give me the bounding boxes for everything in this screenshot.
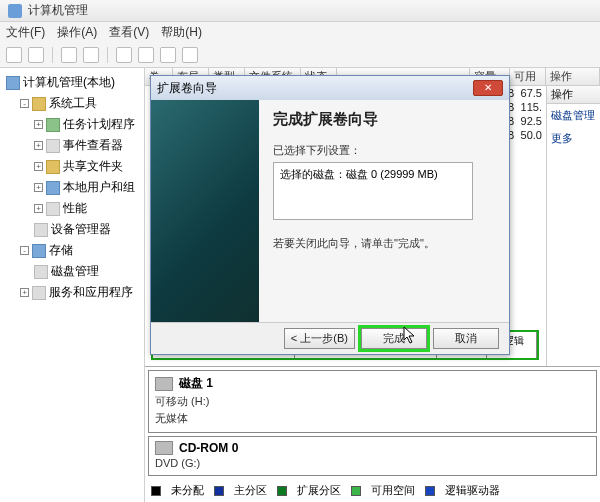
close-button[interactable]: ✕ xyxy=(473,80,503,96)
expand-icon[interactable]: + xyxy=(34,120,43,129)
tree-users[interactable]: + 本地用户和组 xyxy=(2,177,142,198)
disk-1-status: 无媒体 xyxy=(155,411,590,426)
legend: 未分配 主分区 扩展分区 可用空间 逻辑驱动器 xyxy=(145,479,600,502)
tree-diskmgmt[interactable]: 磁盘管理 xyxy=(2,261,142,282)
tree-label: 系统工具 xyxy=(49,95,97,112)
ops-more-link[interactable]: 更多 xyxy=(547,127,600,150)
legend-label: 逻辑驱动器 xyxy=(445,483,500,498)
col-ops[interactable]: 操作 xyxy=(546,68,600,85)
tree-label: 共享文件夹 xyxy=(63,158,123,175)
extend-volume-wizard-dialog: 扩展卷向导 ✕ 完成扩展卷向导 已选择下列设置： 选择的磁盘：磁盘 0 (299… xyxy=(150,75,510,355)
wizard-selected-value: 选择的磁盘：磁盘 0 (29999 MB) xyxy=(280,168,438,180)
toolbar-back-icon[interactable] xyxy=(6,47,22,63)
tree-label: 任务计划程序 xyxy=(63,116,135,133)
toolbar xyxy=(0,42,600,68)
expand-icon[interactable]: + xyxy=(34,162,43,171)
perf-icon xyxy=(46,202,60,216)
diskmgmt-icon xyxy=(34,265,48,279)
tree-perf[interactable]: + 性能 xyxy=(2,198,142,219)
computer-icon xyxy=(6,76,20,90)
finish-button[interactable]: 完成 xyxy=(361,328,427,349)
tree-scheduler[interactable]: + 任务计划程序 xyxy=(2,114,142,135)
expand-icon[interactable]: + xyxy=(34,204,43,213)
disk-1-row[interactable]: 磁盘 1 可移动 (H:) 无媒体 xyxy=(148,370,597,433)
tree-storage[interactable]: - 存储 xyxy=(2,240,142,261)
devmgr-icon xyxy=(34,223,48,237)
toolbar-forward-icon[interactable] xyxy=(28,47,44,63)
toolbar-refresh-icon[interactable] xyxy=(116,47,132,63)
legend-label: 扩展分区 xyxy=(297,483,341,498)
expand-icon[interactable]: + xyxy=(34,183,43,192)
expand-icon[interactable]: - xyxy=(20,99,29,108)
folder-icon xyxy=(32,97,46,111)
disk-1-title: 磁盘 1 xyxy=(179,375,213,392)
toolbar-separator xyxy=(52,47,53,63)
tree-shared[interactable]: + 共享文件夹 xyxy=(2,156,142,177)
cancel-button[interactable]: 取消 xyxy=(433,328,499,349)
swatch-free xyxy=(351,486,361,496)
window-titlebar: 计算机管理 xyxy=(0,0,600,22)
cdrom-drive: DVD (G:) xyxy=(155,457,590,469)
tree-eventviewer[interactable]: + 事件查看器 xyxy=(2,135,142,156)
tree-services[interactable]: + 服务和应用程序 xyxy=(2,282,142,303)
disk-icon xyxy=(155,377,173,391)
tree-label: 事件查看器 xyxy=(63,137,123,154)
swatch-logical xyxy=(425,486,435,496)
legend-label: 主分区 xyxy=(234,483,267,498)
menu-file[interactable]: 文件(F) xyxy=(6,24,45,40)
window-title: 计算机管理 xyxy=(28,2,88,19)
operations-panel: 操作 磁盘管理 更多 xyxy=(546,86,600,366)
shared-icon xyxy=(46,160,60,174)
menu-help[interactable]: 帮助(H) xyxy=(161,24,202,40)
menu-bar: 文件(F) 操作(A) 查看(V) 帮助(H) xyxy=(0,22,600,42)
swatch-ext xyxy=(277,486,287,496)
cdrom-title: CD-ROM 0 xyxy=(179,441,238,455)
eventviewer-icon xyxy=(46,139,60,153)
tree-root-label: 计算机管理(本地) xyxy=(23,74,115,91)
menu-action[interactable]: 操作(A) xyxy=(57,24,97,40)
wizard-content: 完成扩展卷向导 已选择下列设置： 选择的磁盘：磁盘 0 (29999 MB) 若… xyxy=(259,100,509,322)
tree-devmgr[interactable]: 设备管理器 xyxy=(2,219,142,240)
tree-systools[interactable]: - 系统工具 xyxy=(2,93,142,114)
toolbar-list-icon[interactable] xyxy=(160,47,176,63)
toolbar-up-icon[interactable] xyxy=(61,47,77,63)
expand-icon[interactable]: + xyxy=(20,288,29,297)
storage-icon xyxy=(32,244,46,258)
scheduler-icon xyxy=(46,118,60,132)
wizard-summary-box: 选择的磁盘：磁盘 0 (29999 MB) xyxy=(273,162,473,220)
services-icon xyxy=(32,286,46,300)
cdrom-icon xyxy=(155,441,173,455)
tree-label: 磁盘管理 xyxy=(51,263,99,280)
ops-header: 操作 xyxy=(547,86,600,104)
disk-1-type: 可移动 (H:) xyxy=(155,394,590,409)
app-icon xyxy=(8,4,22,18)
col-avail[interactable]: 可用 xyxy=(510,68,546,85)
cdrom-row[interactable]: CD-ROM 0 DVD (G:) xyxy=(148,436,597,476)
back-button[interactable]: < 上一步(B) xyxy=(284,328,355,349)
tree-label: 服务和应用程序 xyxy=(49,284,133,301)
menu-view[interactable]: 查看(V) xyxy=(109,24,149,40)
tree-label: 性能 xyxy=(63,200,87,217)
tree-label: 设备管理器 xyxy=(51,221,111,238)
wizard-hint: 若要关闭此向导，请单击"完成"。 xyxy=(273,236,495,251)
dialog-titlebar[interactable]: 扩展卷向导 ✕ xyxy=(151,76,509,100)
expand-icon[interactable]: + xyxy=(34,141,43,150)
tree-label: 存储 xyxy=(49,242,73,259)
toolbar-properties-icon[interactable] xyxy=(83,47,99,63)
tree-root[interactable]: 计算机管理(本地) xyxy=(2,72,142,93)
legend-label: 未分配 xyxy=(171,483,204,498)
disk-area: 磁盘 1 可移动 (H:) 无媒体 CD-ROM 0 DVD (G:) 未分配 … xyxy=(145,366,600,502)
ops-diskmgmt-link[interactable]: 磁盘管理 xyxy=(547,104,600,127)
wizard-selected-label: 已选择下列设置： xyxy=(273,143,495,158)
dialog-title: 扩展卷向导 xyxy=(157,80,217,97)
wizard-side-graphic xyxy=(151,100,259,322)
swatch-unalloc xyxy=(151,486,161,496)
toolbar-detail-icon[interactable] xyxy=(182,47,198,63)
nav-tree: 计算机管理(本地) - 系统工具 + 任务计划程序 + 事件查看器 + 共享文件… xyxy=(0,68,145,502)
wizard-heading: 完成扩展卷向导 xyxy=(273,110,495,129)
toolbar-help-icon[interactable] xyxy=(138,47,154,63)
wizard-footer: < 上一步(B) 完成 取消 xyxy=(151,322,509,354)
swatch-primary xyxy=(214,486,224,496)
toolbar-separator xyxy=(107,47,108,63)
expand-icon[interactable]: - xyxy=(20,246,29,255)
